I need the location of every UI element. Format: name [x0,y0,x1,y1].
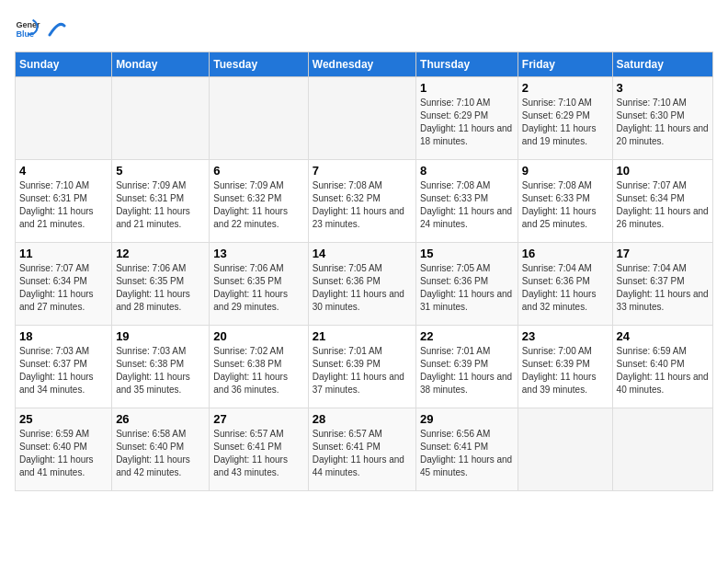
calendar-cell: 26 Sunrise: 6:58 AM Sunset: 6:40 PM Dayl… [112,408,210,491]
sunset-label: Sunset: 6:39 PM [420,359,488,369]
sunrise-label: Sunrise: 7:02 AM [213,346,283,356]
day-info: Sunrise: 7:08 AM Sunset: 6:33 PM Dayligh… [522,179,609,231]
weekday-header: Tuesday [210,52,308,77]
sunrise-label: Sunrise: 7:10 AM [19,180,89,190]
calendar-cell: 17 Sunrise: 7:04 AM Sunset: 6:37 PM Dayl… [612,243,712,326]
day-number: 19 [116,329,205,343]
calendar-cell [16,77,112,160]
svg-text:Blue: Blue [16,29,34,39]
sunrise-label: Sunrise: 7:01 AM [313,346,382,356]
sunrise-label: Sunrise: 7:10 AM [617,98,687,108]
calendar-cell: 9 Sunrise: 7:08 AM Sunset: 6:33 PM Dayli… [518,160,612,243]
sunrise-label: Sunrise: 7:04 AM [617,263,687,273]
sunset-label: Sunset: 6:32 PM [213,193,281,203]
day-info: Sunrise: 7:04 AM Sunset: 6:37 PM Dayligh… [617,262,709,314]
day-number: 12 [116,247,205,260]
calendar-week-row: 11 Sunrise: 7:07 AM Sunset: 6:34 PM Dayl… [16,243,713,326]
sunset-label: Sunset: 6:30 PM [617,110,685,121]
day-info: Sunrise: 7:05 AM Sunset: 6:36 PM Dayligh… [420,262,514,314]
day-info: Sunrise: 7:09 AM Sunset: 6:31 PM Dayligh… [116,179,205,231]
sunrise-label: Sunrise: 6:58 AM [116,429,186,439]
day-number: 10 [617,164,709,178]
sunset-label: Sunset: 6:35 PM [116,276,184,286]
day-number: 8 [420,164,514,178]
calendar-cell [612,408,712,491]
day-number: 6 [213,164,303,178]
daylight-label: Daylight: 11 hours and 25 minutes. [522,206,597,229]
day-number: 11 [19,247,108,260]
day-info: Sunrise: 7:10 AM Sunset: 6:30 PM Dayligh… [617,97,709,148]
day-number: 28 [313,412,412,426]
calendar-cell: 3 Sunrise: 7:10 AM Sunset: 6:30 PM Dayli… [612,77,712,160]
calendar-cell: 27 Sunrise: 6:57 AM Sunset: 6:41 PM Dayl… [210,408,308,491]
calendar-week-row: 25 Sunrise: 6:59 AM Sunset: 6:40 PM Dayl… [16,408,713,491]
calendar-header-row: SundayMondayTuesdayWednesdayThursdayFrid… [16,52,713,77]
calendar-cell: 28 Sunrise: 6:57 AM Sunset: 6:41 PM Dayl… [308,408,415,491]
calendar-cell: 16 Sunrise: 7:04 AM Sunset: 6:36 PM Dayl… [518,243,612,326]
day-info: Sunrise: 7:08 AM Sunset: 6:33 PM Dayligh… [420,179,514,231]
sunset-label: Sunset: 6:36 PM [420,276,488,286]
day-number: 29 [420,412,514,426]
header: General Blue [15,15,713,40]
sunrise-label: Sunrise: 7:06 AM [213,263,283,273]
daylight-label: Daylight: 11 hours and 21 minutes. [19,206,94,229]
day-number: 15 [420,247,514,260]
day-number: 1 [420,81,514,95]
sunset-label: Sunset: 6:29 PM [522,110,590,121]
sunrise-label: Sunrise: 7:04 AM [522,263,592,273]
day-info: Sunrise: 7:02 AM Sunset: 6:38 PM Dayligh… [213,345,303,396]
day-number: 4 [19,164,108,178]
sunset-label: Sunset: 6:34 PM [19,276,87,286]
daylight-label: Daylight: 11 hours and 33 minutes. [617,289,709,312]
sunset-label: Sunset: 6:41 PM [420,442,488,452]
logo-icon: General Blue [15,15,40,40]
sunset-label: Sunset: 6:41 PM [313,442,381,452]
calendar-cell: 4 Sunrise: 7:10 AM Sunset: 6:31 PM Dayli… [16,160,112,243]
sunset-label: Sunset: 6:36 PM [522,276,590,286]
sunrise-label: Sunrise: 6:59 AM [617,346,687,356]
day-number: 27 [213,412,303,426]
daylight-label: Daylight: 11 hours and 29 minutes. [213,289,288,312]
sunrise-label: Sunrise: 7:09 AM [116,180,186,190]
daylight-label: Daylight: 11 hours and 35 minutes. [116,372,190,395]
sunrise-label: Sunrise: 7:03 AM [116,346,186,356]
sunset-label: Sunset: 6:31 PM [19,193,87,203]
daylight-label: Daylight: 11 hours and 37 minutes. [313,372,404,395]
sunrise-label: Sunrise: 6:57 AM [213,429,283,439]
sunrise-label: Sunrise: 7:07 AM [19,263,89,273]
day-number: 18 [19,329,108,343]
logo: General Blue [15,15,66,40]
sunset-label: Sunset: 6:34 PM [617,193,685,203]
sunrise-label: Sunrise: 7:08 AM [313,180,382,190]
sunset-label: Sunset: 6:31 PM [116,193,184,203]
day-number: 14 [313,247,412,260]
day-info: Sunrise: 6:57 AM Sunset: 6:41 PM Dayligh… [213,428,303,479]
weekday-header: Sunday [16,52,112,77]
calendar-cell: 6 Sunrise: 7:09 AM Sunset: 6:32 PM Dayli… [210,160,308,243]
daylight-label: Daylight: 11 hours and 44 minutes. [313,454,404,477]
calendar-cell: 19 Sunrise: 7:03 AM Sunset: 6:38 PM Dayl… [112,326,210,408]
sunset-label: Sunset: 6:40 PM [19,442,87,452]
sunset-label: Sunset: 6:35 PM [213,276,281,286]
day-info: Sunrise: 6:57 AM Sunset: 6:41 PM Dayligh… [313,428,412,479]
day-number: 22 [420,329,514,343]
sunrise-label: Sunrise: 7:06 AM [116,263,186,273]
daylight-label: Daylight: 11 hours and 22 minutes. [213,206,288,229]
day-info: Sunrise: 6:58 AM Sunset: 6:40 PM Dayligh… [116,428,205,479]
daylight-label: Daylight: 11 hours and 20 minutes. [617,123,709,146]
daylight-label: Daylight: 11 hours and 38 minutes. [420,372,512,395]
daylight-label: Daylight: 11 hours and 34 minutes. [19,372,94,395]
calendar-cell: 11 Sunrise: 7:07 AM Sunset: 6:34 PM Dayl… [16,243,112,326]
calendar-cell: 8 Sunrise: 7:08 AM Sunset: 6:33 PM Dayli… [416,160,518,243]
calendar-cell: 12 Sunrise: 7:06 AM Sunset: 6:35 PM Dayl… [112,243,210,326]
day-number: 23 [522,329,609,343]
daylight-label: Daylight: 11 hours and 32 minutes. [522,289,597,312]
day-info: Sunrise: 6:56 AM Sunset: 6:41 PM Dayligh… [420,428,514,479]
calendar-cell: 25 Sunrise: 6:59 AM Sunset: 6:40 PM Dayl… [16,408,112,491]
daylight-label: Daylight: 11 hours and 39 minutes. [522,372,597,395]
day-info: Sunrise: 7:07 AM Sunset: 6:34 PM Dayligh… [19,262,108,314]
calendar-cell: 1 Sunrise: 7:10 AM Sunset: 6:29 PM Dayli… [416,77,518,160]
logo-arrow-icon [46,18,66,39]
sunrise-label: Sunrise: 7:03 AM [19,346,89,356]
sunrise-label: Sunrise: 6:59 AM [19,429,89,439]
